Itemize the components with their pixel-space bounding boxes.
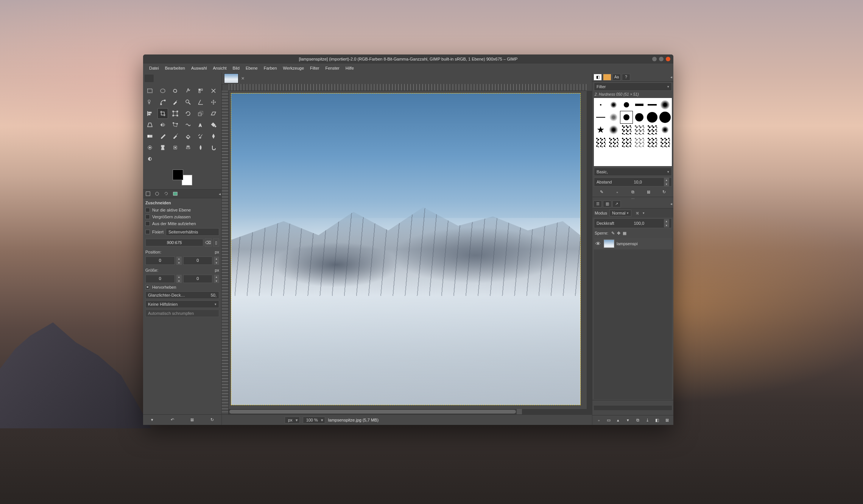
- visibility-icon[interactable]: 👁: [595, 241, 601, 247]
- rect-select-tool[interactable]: [145, 86, 155, 96]
- brush-filter[interactable]: Filter▾: [594, 82, 672, 91]
- lock-pixels-icon[interactable]: ✎: [611, 231, 615, 236]
- delete-preset-icon[interactable]: ⊠: [188, 416, 196, 424]
- horizontal-ruler[interactable]: [229, 84, 587, 91]
- minimize-button[interactable]: [652, 57, 657, 61]
- checkbox-icon[interactable]: ✕: [145, 285, 150, 289]
- brush-item[interactable]: [633, 136, 645, 148]
- brush-item[interactable]: [595, 99, 607, 111]
- scale-tool[interactable]: [195, 108, 206, 119]
- background-color[interactable]: [182, 175, 192, 185]
- ruler-corner[interactable]: [222, 84, 229, 91]
- menu-hilfe[interactable]: Hilfe: [343, 64, 357, 72]
- zoom-tool[interactable]: [183, 97, 193, 107]
- perspective-clone-tool[interactable]: [183, 142, 193, 153]
- highlight-opacity-slider[interactable]: Glanzlichter-Deck… 50,: [145, 291, 219, 299]
- menu-fenster[interactable]: Fenster: [322, 64, 342, 72]
- crop-tool[interactable]: [157, 108, 168, 119]
- close-button[interactable]: [666, 57, 670, 61]
- tab-menu-icon[interactable]: ◂: [219, 192, 221, 196]
- layer-name[interactable]: lampsenspi: [617, 241, 638, 246]
- size-w-input[interactable]: 0: [145, 275, 175, 283]
- layer-item[interactable]: 👁 lampsenspi: [594, 238, 672, 249]
- spinner-up[interactable]: ▴: [214, 275, 219, 279]
- new-group-icon[interactable]: ▭: [605, 417, 612, 424]
- spinner-down[interactable]: ▾: [214, 261, 219, 265]
- size-h-input[interactable]: 0: [183, 275, 213, 283]
- vertical-scrollbar[interactable]: [587, 91, 592, 414]
- foreground-color[interactable]: [173, 170, 183, 180]
- lock-alpha-icon[interactable]: ▦: [623, 231, 626, 236]
- menu-ebene[interactable]: Ebene: [243, 64, 261, 72]
- checkbox-icon[interactable]: [145, 208, 150, 212]
- restore-preset-icon[interactable]: ↶: [168, 416, 176, 424]
- horizontal-scrollbar[interactable]: [229, 409, 587, 414]
- spinner-down[interactable]: ▾: [214, 279, 219, 283]
- new-brush-icon[interactable]: ▫: [614, 189, 621, 196]
- layer-thumbnail[interactable]: [604, 240, 614, 248]
- dodge-burn-tool[interactable]: [145, 154, 155, 164]
- spinner-down[interactable]: ▾: [664, 223, 669, 227]
- document-history-tab[interactable]: ?: [622, 74, 630, 81]
- brush-item[interactable]: [659, 136, 671, 148]
- brush-item[interactable]: [620, 99, 633, 111]
- blur-tool[interactable]: [195, 142, 206, 153]
- spinner-down[interactable]: ▾: [176, 279, 182, 283]
- heal-tool[interactable]: [170, 142, 181, 153]
- color-swatches[interactable]: [171, 168, 194, 187]
- mask-icon[interactable]: ◧: [654, 417, 660, 424]
- canvas[interactable]: [229, 91, 587, 409]
- close-tab-icon[interactable]: ✕: [240, 76, 245, 81]
- spinner-up[interactable]: ▴: [664, 219, 669, 223]
- foreground-select-tool[interactable]: [145, 97, 155, 107]
- spinner-down[interactable]: ▾: [176, 261, 182, 265]
- move-tool[interactable]: [208, 97, 219, 107]
- blend-mode-select[interactable]: Normal▾: [609, 210, 631, 216]
- merge-down-icon[interactable]: ⤓: [644, 417, 651, 424]
- titlebar[interactable]: [lampsenspitze] (importiert)-2.0 (RGB-Fa…: [143, 54, 673, 64]
- position-y-input[interactable]: 0: [183, 257, 213, 265]
- zoom-select[interactable]: 100 %: [303, 417, 325, 423]
- paintbrush-tool[interactable]: [170, 131, 181, 142]
- spinner-up[interactable]: ▴: [214, 257, 219, 261]
- free-select-tool[interactable]: [170, 86, 181, 96]
- unified-transform-tool[interactable]: [170, 108, 181, 119]
- brush-preset-select[interactable]: Basic,▾: [594, 168, 672, 176]
- layers-tab[interactable]: ☰: [594, 201, 602, 207]
- highlight-row[interactable]: ✕Hervorheben: [145, 285, 219, 290]
- brush-item[interactable]: [608, 124, 620, 136]
- tool-options-tab[interactable]: [144, 190, 152, 197]
- clone-tool[interactable]: [157, 142, 168, 153]
- eraser-tool[interactable]: [183, 131, 193, 142]
- brush-item-selected[interactable]: [620, 111, 633, 123]
- brush-item[interactable]: [620, 136, 633, 148]
- warp-tool[interactable]: [183, 120, 193, 130]
- brush-item[interactable]: ★: [595, 124, 607, 136]
- from-center-row[interactable]: Aus der Mitte aufziehen: [145, 221, 219, 226]
- vertical-ruler[interactable]: [222, 91, 229, 414]
- align-tool[interactable]: [145, 108, 155, 119]
- menu-farben[interactable]: Farben: [261, 64, 280, 72]
- menu-bild[interactable]: Bild: [230, 64, 243, 72]
- checkbox-icon[interactable]: [145, 215, 150, 219]
- flip-tool[interactable]: [157, 120, 168, 130]
- undo-history-tab[interactable]: [162, 190, 170, 197]
- ratio-input[interactable]: [145, 239, 203, 246]
- menu-filter[interactable]: Filter: [307, 64, 322, 72]
- paths-tool[interactable]: [157, 97, 168, 107]
- gradient-tool[interactable]: [145, 131, 155, 142]
- text-tool[interactable]: A: [195, 120, 206, 130]
- brush-item[interactable]: [646, 99, 658, 111]
- reset-icon[interactable]: ↻: [209, 416, 216, 424]
- image-tab[interactable]: [223, 73, 239, 84]
- brush-item[interactable]: [646, 124, 658, 136]
- maximize-button[interactable]: [659, 57, 664, 61]
- smudge-tool[interactable]: [208, 142, 219, 153]
- brush-item[interactable]: [659, 124, 671, 136]
- mode-switch-icon[interactable]: ⤭: [634, 210, 640, 216]
- new-layer-icon[interactable]: ▫: [595, 417, 602, 424]
- rotate-tool[interactable]: [183, 108, 193, 119]
- auto-shrink-button[interactable]: Automatisch schrumpfen: [145, 310, 219, 317]
- brush-item[interactable]: [608, 136, 620, 148]
- brush-item[interactable]: [608, 99, 620, 111]
